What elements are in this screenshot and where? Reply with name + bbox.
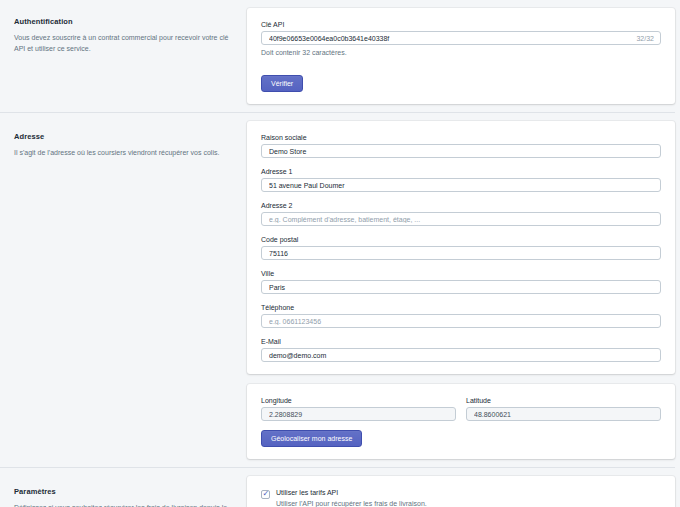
- latitude-input: [466, 407, 661, 421]
- section-address-description: Il s'agit de l'adresse où les coursiers …: [14, 148, 229, 159]
- section-divider: [0, 112, 675, 113]
- section-address-info: Adresse Il s'agit de l'adresse où les co…: [0, 121, 247, 159]
- section-address-title: Adresse: [14, 132, 229, 141]
- section-address-content: Raison sociale Adresse 1 Adresse 2: [247, 121, 675, 459]
- section-settings-title: Paramètres: [14, 487, 229, 496]
- company-name-label: Raison sociale: [261, 134, 661, 141]
- email-input[interactable]: [261, 348, 661, 362]
- section-authentication-title: Authentification: [14, 17, 229, 26]
- section-authentication: Authentification Vous devez souscrire à …: [0, 8, 675, 104]
- phone-input[interactable]: [261, 314, 661, 328]
- address-card: Raison sociale Adresse 1 Adresse 2: [247, 121, 675, 374]
- address-line1-input[interactable]: [261, 178, 661, 192]
- section-settings-content: Utiliser les tarifs API Utiliser l'API p…: [247, 476, 675, 507]
- api-key-label: Clé API: [261, 21, 661, 28]
- postal-code-label: Code postal: [261, 236, 661, 243]
- geolocation-card: Longitude Latitude Géolocaliser mon adre…: [247, 384, 675, 459]
- postal-code-input[interactable]: [261, 246, 661, 260]
- company-name-input[interactable]: [261, 144, 661, 158]
- email-label: E-Mail: [261, 338, 661, 345]
- section-divider: [0, 467, 675, 468]
- longitude-input: [261, 407, 456, 421]
- api-key-card: Clé API 32/32 Doit contenir 32 caractère…: [247, 8, 675, 104]
- api-rates-card: Utiliser les tarifs API Utiliser l'API p…: [247, 476, 675, 507]
- api-key-input[interactable]: [261, 31, 661, 45]
- latitude-label: Latitude: [466, 397, 661, 404]
- address-line1-label: Adresse 1: [261, 168, 661, 175]
- section-settings: Paramètres Définissez si vous souhaitez …: [0, 476, 675, 507]
- address-line2-label: Adresse 2: [261, 202, 661, 209]
- phone-label: Téléphone: [261, 304, 661, 311]
- geolocate-button[interactable]: Géolocaliser mon adresse: [261, 430, 362, 447]
- section-settings-description: Définissez si vous souhaitez récupérer l…: [14, 503, 229, 507]
- city-label: Ville: [261, 270, 661, 277]
- api-key-helper-text: Doit contenir 32 caractères.: [261, 49, 661, 56]
- address-line2-input[interactable]: [261, 212, 661, 226]
- verify-button[interactable]: Vérifier: [261, 75, 303, 92]
- use-api-rates-checkbox[interactable]: [261, 490, 270, 499]
- longitude-label: Longitude: [261, 397, 456, 404]
- section-authentication-description: Vous devez souscrire à un contrat commer…: [14, 33, 229, 54]
- section-authentication-info: Authentification Vous devez souscrire à …: [0, 8, 247, 54]
- section-authentication-content: Clé API 32/32 Doit contenir 32 caractère…: [247, 8, 675, 104]
- use-api-rates-helper: Utiliser l'API pour récupérer les frais …: [276, 500, 427, 507]
- section-address: Adresse Il s'agit de l'adresse où les co…: [0, 121, 675, 459]
- use-api-rates-label[interactable]: Utiliser les tarifs API: [276, 489, 427, 496]
- settings-page: Authentification Vous devez souscrire à …: [0, 0, 680, 507]
- section-settings-info: Paramètres Définissez si vous souhaitez …: [0, 476, 247, 507]
- city-input[interactable]: [261, 280, 661, 294]
